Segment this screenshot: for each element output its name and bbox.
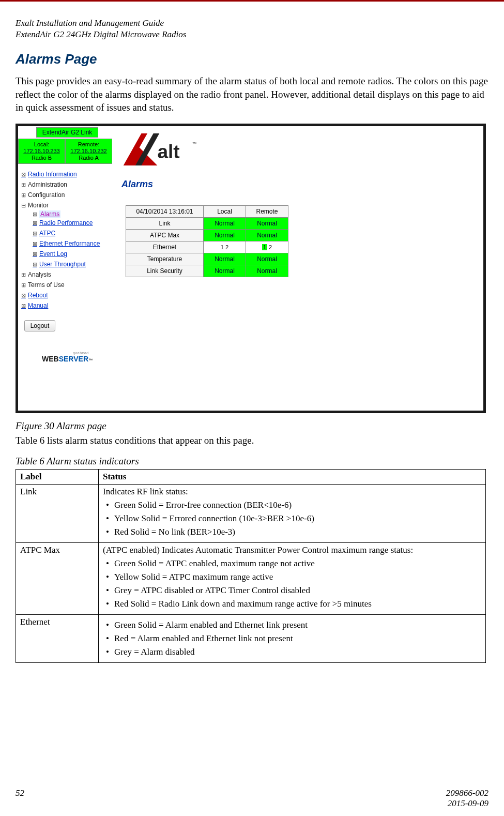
footer-page-number: 52 — [16, 788, 24, 809]
bullet-icon: ⊠ — [33, 211, 37, 217]
doc-header-line1: Exalt Installation and Management Guide — [16, 18, 488, 28]
sidebar: ExtendAir G2 Link Local: 172.16.10.233 R… — [18, 126, 112, 411]
nav-ethernet-performance[interactable]: ⊠Ethernet Performance — [33, 238, 110, 249]
table-cell-status: Green Solid = Alarm enabled and Ethernet… — [99, 614, 486, 662]
figure-caption: Figure 30 Alarms page — [16, 420, 488, 432]
status-item: Red Solid = Radio Link down and maximum … — [103, 599, 481, 609]
footer-doc-number: 209866-002 — [446, 788, 488, 798]
link-name-banner: ExtendAir G2 Link — [36, 127, 98, 138]
web-text: WEB — [42, 355, 59, 363]
webserver-logo: goahead WEBSERVER™ — [21, 352, 110, 362]
server-text: SERVER — [59, 355, 88, 363]
alarm-cell: Normal — [246, 265, 288, 277]
nav-monitor[interactable]: ⊟Monitor — [21, 200, 110, 210]
status-item: Red Solid = No link (BER>10e-3) — [103, 527, 481, 537]
local-label: Local: — [34, 141, 49, 147]
bullet-icon: ⊠ — [33, 230, 37, 236]
main-panel: alt ™ Alarms 04/10/2014 13:16:01 Local R… — [112, 126, 483, 411]
expand-icon: ⊞ — [21, 192, 26, 198]
nav-atpc[interactable]: ⊠ATPC — [33, 228, 110, 238]
status-item: Green Solid = Alarm enabled and Ethernet… — [103, 620, 481, 630]
status-lead: (ATPC enabled) Indicates Automatic Trans… — [103, 545, 413, 555]
expand-icon: ⊞ — [21, 182, 26, 188]
bullet-icon: ⊠ — [33, 261, 37, 267]
remote-card[interactable]: Remote: 172.16.10.232 Radio A — [65, 139, 112, 164]
status-item: Grey = ATPC disabled or ATPC Timer Contr… — [103, 585, 481, 596]
nav-radio-performance[interactable]: ⊠Radio Performance — [33, 218, 110, 228]
alarm-cell: Normal — [204, 253, 246, 265]
status-item: Grey = Alarm disabled — [103, 647, 481, 657]
expand-icon: ⊞ — [21, 271, 26, 278]
status-item: Green Solid = ATPC enabled, maximum rang… — [103, 558, 481, 569]
alarm-cell: Normal — [246, 253, 288, 265]
alarm-cell: Normal — [204, 217, 246, 229]
alarm-row-label: Link Security — [126, 265, 204, 277]
nav-alarms[interactable]: Alarms — [39, 210, 60, 218]
alarm-cell: Normal — [204, 229, 246, 241]
table-row: Ethernet Green Solid = Alarm enabled and… — [16, 614, 486, 662]
bullet-icon: ⊠ — [33, 220, 37, 226]
alarm-row-label: Link — [126, 217, 204, 229]
figure-screenshot: ExtendAir G2 Link Local: 172.16.10.233 R… — [16, 124, 486, 413]
logout-button[interactable]: Logout — [24, 320, 55, 331]
remote-radio: Radio A — [79, 155, 99, 161]
local-card[interactable]: Local: 172.16.10.233 Radio B — [18, 139, 65, 164]
alarm-table: 04/10/2014 13:16:01 Local Remote Link No… — [126, 205, 288, 277]
nav-user-throughput[interactable]: ⊠User Throughput — [33, 259, 110, 269]
nav-reboot[interactable]: ⊠Reboot — [21, 290, 110, 300]
table-row: Link Indicates RF link status: Green Sol… — [16, 484, 486, 542]
bullet-icon: ⊠ — [21, 171, 26, 177]
alarm-cell: Normal — [246, 217, 288, 229]
alarm-row-label: ATPC Max — [126, 229, 204, 241]
exalt-logo: alt ™ — [119, 129, 483, 170]
status-lead: Indicates RF link status: — [103, 487, 188, 496]
nav-terms-of-use[interactable]: ⊞Terms of Use — [21, 280, 110, 290]
bullet-icon: ⊠ — [33, 240, 37, 247]
doc-header-line2: ExtendAir G2 24GHz Digital Microwave Rad… — [16, 29, 488, 40]
nav-analysis[interactable]: ⊞Analysis — [21, 269, 110, 280]
nav-configuration[interactable]: ⊞Configuration — [21, 190, 110, 200]
page-footer: 52 209866-002 2015-09-09 — [16, 788, 488, 809]
alarm-cell-ethernet-remote: 1 2 — [246, 241, 288, 253]
alarm-status-indicators-table: Label Status Link Indicates RF link stat… — [16, 469, 486, 663]
local-ip[interactable]: 172.16.10.233 — [23, 148, 59, 154]
alarm-timestamp: 04/10/2014 13:16:01 — [126, 205, 204, 217]
alarm-cell-ethernet-local: 1 2 — [204, 241, 246, 253]
nav-manual[interactable]: ⊠Manual — [21, 300, 110, 311]
footer-date: 2015-09-09 — [446, 798, 488, 809]
table-cell-label: Ethernet — [16, 614, 99, 662]
sidebar-nav: ⊠Radio Information ⊞Administration ⊞Conf… — [18, 164, 112, 410]
status-item: Yellow Solid = ATPC maximum range active — [103, 572, 481, 582]
bullet-icon: ⊠ — [21, 292, 26, 298]
bullet-icon: ⊠ — [21, 303, 26, 309]
exalt-logo-icon: alt ™ — [119, 129, 207, 170]
alarm-row-label: Temperature — [126, 253, 204, 265]
alarm-hdr-local: Local — [204, 205, 246, 217]
remote-label: Remote: — [78, 141, 100, 147]
bullet-icon: ⊠ — [33, 251, 37, 257]
collapse-icon: ⊟ — [21, 202, 26, 208]
section-title-alarms: Alarms — [121, 179, 483, 190]
status-item: Green Solid = Error-free connection (BER… — [103, 500, 481, 510]
status-item: Yellow Solid = Errored connection (10e-3… — [103, 513, 481, 524]
expand-icon: ⊞ — [21, 282, 26, 288]
nav-administration[interactable]: ⊞Administration — [21, 179, 110, 190]
table-cell-label: ATPC Max — [16, 542, 99, 614]
local-radio: Radio B — [32, 155, 52, 161]
remote-ip[interactable]: 172.16.10.232 — [70, 148, 106, 154]
table-header-label: Label — [16, 469, 99, 484]
alarm-hdr-remote: Remote — [246, 205, 288, 217]
table-row: ATPC Max (ATPC enabled) Indicates Automa… — [16, 542, 486, 614]
table-cell-status: Indicates RF link status: Green Solid = … — [99, 484, 486, 542]
nav-radio-information[interactable]: ⊠Radio Information — [21, 169, 110, 179]
after-figure-text: Table 6 lists alarm status conditions th… — [16, 435, 488, 446]
table-caption: Table 6 Alarm status indicators — [16, 456, 488, 467]
alarm-row-label: Ethernet — [126, 241, 204, 253]
status-item: Red = Alarm enabled and Ethernet link no… — [103, 633, 481, 644]
alarm-cell: Normal — [246, 229, 288, 241]
svg-text:alt: alt — [157, 141, 179, 162]
table-header-status: Status — [99, 469, 486, 484]
page-title: Alarms Page — [16, 51, 488, 67]
nav-event-log[interactable]: ⊠Event Log — [33, 249, 110, 259]
intro-paragraph: This page provides an easy-to-read summa… — [16, 74, 488, 114]
